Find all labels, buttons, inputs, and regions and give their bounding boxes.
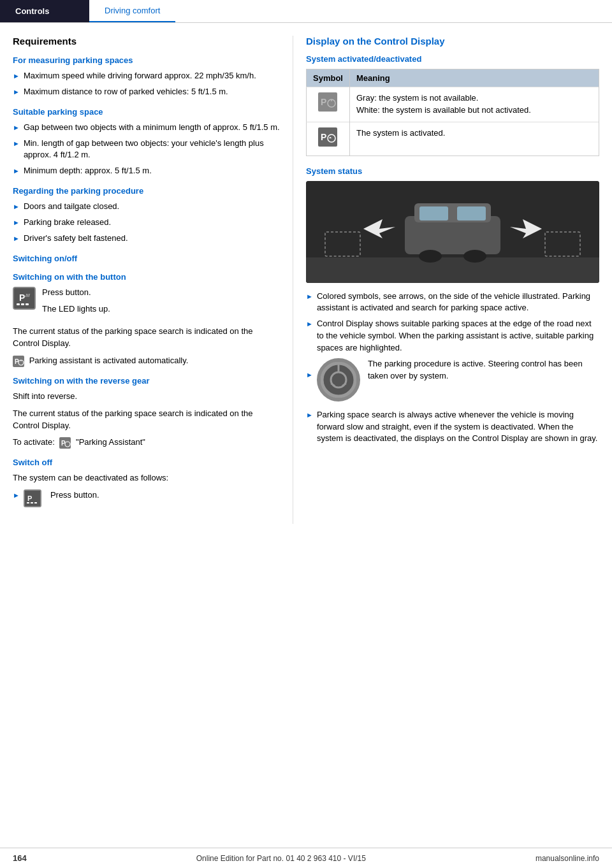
table-row: P The system is activated. [307,122,599,156]
page-header: Controls Driving comfort [0,0,612,23]
svg-rect-5 [26,303,29,305]
bullet-arrow-icon: ► [306,319,313,329]
status-text2: The current status of the parking space … [13,408,280,432]
header-controls-tab: Controls [0,0,89,22]
list-item: ► Minimum depth: approx. 5 ft/1.5 m. [13,165,280,177]
press-button-label: Press button. [42,287,110,299]
svg-text:P: P [27,495,32,502]
table-meaning-2: The system is activated. [349,122,599,156]
regarding-item-3: Driver's safety belt fastened. [24,233,280,245]
svg-rect-4 [21,303,24,305]
controls-label: Controls [15,6,49,16]
svg-rect-30 [457,206,486,221]
display-title: Display on the Control Display [306,36,599,47]
bullet-arrow-icon: ► [306,371,313,379]
press-button-row: P /// Press button. The LED lights up. [13,287,280,321]
suitable-item-2: Min. length of gap between two objects: … [24,138,280,162]
regarding-item-1: Doors and tailgate closed. [24,201,280,213]
svg-rect-15 [27,502,29,503]
switching-title: Switching on/off [13,254,280,263]
list-item: ► Min. length of gap between two objects… [13,138,280,162]
system-activated-title: System activated/deactivated [306,54,599,64]
page-footer: 164 Online Edition for Part no. 01 40 2 … [0,848,612,868]
switching-button-title: Switching on with the button [13,272,280,282]
list-item: ► Doors and tailgate closed. [13,201,280,213]
press-button2-label: Press button. [50,489,280,502]
steering-text: The parking procedure is active. Steerin… [368,358,599,382]
parking-button-icon: P /// [13,287,36,310]
for-measuring-title: For measuring parking spaces [13,55,280,65]
bullet-arrow-icon: ► [13,166,20,177]
press-button-text: Press button. The LED lights up. [42,287,110,321]
bullet-arrow-icon: ► [13,202,20,212]
to-activate-row: To activate: P "Parking Assistant" [13,437,280,449]
svg-text:P: P [321,132,326,142]
suitable-item-1: Gap between two objects with a minimum l… [24,122,280,134]
bullet-arrow-icon: ► [13,87,20,98]
parking-assistant-label: "Parking Assistant" [76,437,145,447]
auto-activate-label: Parking assistant is activated automatic… [29,356,189,365]
svg-point-32 [463,250,486,263]
svg-text:P: P [321,97,326,107]
deactivate-text: The system can be deactivated as follows… [13,472,280,484]
list-item: ► Control Display shows suitable parking… [306,318,599,354]
list-item: ► Maximum distance to row of parked vehi… [13,86,280,98]
svg-rect-17 [34,502,37,503]
bullet-arrow-icon: ► [13,234,20,244]
right-bullet-1: Colored symbols, see arrows, on the side… [317,291,599,315]
steering-row: ► The parking procedure is active. Steer… [306,358,599,401]
steering-wheel-image [317,358,360,401]
bullet-arrow-icon: ► [306,410,313,421]
driving-comfort-label: Driving comfort [105,6,160,15]
main-content: Requirements For measuring parking space… [0,23,612,524]
for-measuring-item-1: Maximum speed while driving forward appr… [24,70,280,82]
regarding-title: Regarding the parking procedure [13,186,280,196]
right-bullet-2: Control Display shows suitable parking s… [317,318,599,354]
symbol-cell-1: P [307,87,350,122]
requirements-title: Requirements [13,36,280,47]
list-item: ► Parking space search is always active … [306,409,599,445]
right-column: Display on the Control Display System ac… [293,36,612,524]
suitable-title: Suitable parking space [13,107,280,117]
for-measuring-item-2: Maximum distance to row of parked vehicl… [24,86,280,98]
svg-rect-3 [17,303,20,305]
bullet-arrow-icon: ► [13,218,20,228]
svg-text:P: P [19,293,25,303]
svg-text:///: /// [26,293,30,298]
left-column: Requirements For measuring parking space… [0,36,293,524]
list-item: ► Colored symbols, see arrows, on the si… [306,291,599,315]
svg-line-41 [342,384,346,386]
website-text: manualsonline.info [536,854,599,863]
table-header-meaning: Meaning [349,69,599,87]
page-number: 164 [13,853,27,863]
svg-point-31 [419,250,442,263]
svg-line-40 [331,384,335,386]
list-item: ► P Press button. [13,489,280,507]
to-activate-label: To activate: [13,437,55,447]
row1-meaning-line1: Gray: the system is not available. [356,93,478,103]
bullet-arrow-icon: ► [13,123,20,133]
regarding-item-2: Parking brake released. [24,217,280,229]
switching-reverse-title: Switching on with the reverse gear [13,376,280,386]
row1-meaning-line2: White: the system is available but not a… [356,105,531,115]
svg-rect-26 [306,257,599,283]
bullet-arrow-icon: ► [13,139,20,149]
auto-activate-text: P Parking assistant is activated automat… [13,355,280,367]
system-status-title: System status [306,166,599,176]
shift-reverse-text: Shift into reverse. [13,391,280,403]
bullet-arrow-icon: ► [13,491,20,501]
svg-rect-29 [419,206,448,221]
status-text: The current status of the parking space … [13,326,280,350]
right-bullet-3: Parking space search is always active wh… [317,409,599,445]
list-item: ► Gap between two objects with a minimum… [13,122,280,134]
list-item: ► Driver's safety belt fastened. [13,233,280,245]
bullet-arrow-icon: ► [306,292,313,302]
led-lights-label: The LED lights up. [42,303,110,315]
online-edition-text: Online Edition for Part no. 01 40 2 963 … [196,854,366,863]
symbol-table: Symbol Meaning P Gray: the s [306,69,599,156]
list-item: ► Parking brake released. [13,217,280,229]
table-meaning-1: Gray: the system is not available. White… [349,87,599,122]
table-row: P Gray: the system is not available. Whi… [307,87,599,122]
car-system-status-image [306,181,599,283]
svg-rect-16 [31,502,33,503]
